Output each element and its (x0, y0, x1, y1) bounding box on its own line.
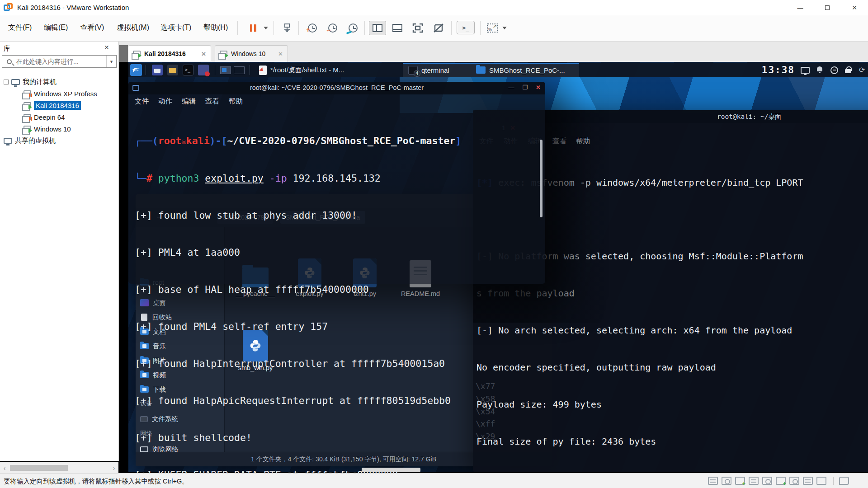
snapshot-revert-button[interactable]: ← (325, 21, 340, 35)
kali-menu-button[interactable] (130, 64, 142, 76)
menu-view[interactable]: 查看(V) (80, 23, 104, 33)
vm-display[interactable]: — ❐ ✕ ← → ↑ ⌂ CVE-2020-0796 SMBGhost_RCE… (119, 62, 868, 473)
folder-icon (476, 66, 486, 74)
pause-dropdown-icon[interactable] (262, 21, 269, 35)
tree-kali[interactable]: Kali 20184316 (24, 99, 81, 111)
tray-separator (833, 477, 834, 485)
menu-view-1[interactable]: 查看 (205, 97, 219, 106)
tab-kali[interactable]: Kali 20184316 ✕ (128, 45, 211, 62)
taskbar-button-qterminal[interactable]: 4 qterminal (403, 63, 471, 77)
workspace-1[interactable] (220, 66, 231, 74)
harddisk2-device-icon[interactable] (803, 477, 813, 485)
console-button[interactable]: >_ (457, 21, 475, 34)
taskbar-clock[interactable]: 13:38 (762, 65, 795, 75)
bottom-panel-icon (392, 24, 402, 32)
folder-launcher-icon[interactable] (167, 65, 178, 75)
sync-refresh-icon[interactable]: ⟳ (859, 66, 868, 75)
exploit-terminal-window[interactable]: root@kali: ~/CVE-2020-0796/SMBGhost_RCE_… (128, 82, 545, 284)
menu-actions-1[interactable]: 动作 (158, 97, 172, 106)
menu-help[interactable]: 帮助(H) (203, 23, 228, 33)
pause-button[interactable] (246, 21, 260, 35)
collapse-icon[interactable] (4, 80, 9, 84)
menu-edit-1[interactable]: 编辑 (182, 97, 196, 106)
menu-file-1[interactable]: 文件 (135, 97, 149, 106)
terminal-scrollbar[interactable] (540, 140, 542, 217)
display-device-icon[interactable] (816, 477, 826, 485)
menu-help-1[interactable]: 帮助 (229, 97, 243, 106)
usb-device-icon[interactable] (776, 477, 786, 485)
cdrom-device-icon[interactable] (722, 477, 731, 485)
kali-taskbar: */root/桌面/shell.txt - M... 4 qterminal S… (128, 63, 868, 77)
ctrl-alt-del-icon (282, 23, 292, 33)
vm-running-icon (220, 51, 227, 57)
tab-close-icon[interactable]: ✕ (278, 51, 283, 57)
tabstrip-corner (119, 45, 128, 62)
tree-windows-xp[interactable]: Windows XP Profess (24, 88, 97, 99)
library-toggle-button[interactable] (369, 21, 386, 35)
menu-edit[interactable]: 编辑(E) (44, 23, 68, 33)
harddisk-device-icon[interactable] (708, 477, 718, 485)
stretch-guest-button[interactable]: % (486, 21, 499, 35)
vmware-logo-icon (4, 3, 13, 12)
snapshot-take-button[interactable]: + (305, 21, 320, 35)
menu-file[interactable]: 文件(F) (8, 23, 32, 33)
library-close-icon[interactable]: ✕ (104, 44, 109, 51)
close-button[interactable]: ✕ (841, 0, 868, 15)
maximize-button[interactable] (814, 0, 841, 15)
library-search[interactable]: ▾ (2, 55, 117, 68)
terminal-launcher-icon[interactable] (183, 65, 193, 75)
tab-close-icon[interactable]: ✕ (201, 51, 206, 57)
maximize-icon[interactable]: ❐ (522, 84, 528, 91)
menu-tabs[interactable]: 选项卡(T) (160, 23, 191, 33)
fullscreen-button[interactable] (409, 21, 427, 35)
scroll-left-icon[interactable]: ‹ (0, 464, 9, 472)
minimize-icon[interactable]: — (508, 84, 514, 91)
snapshot-manager-button[interactable] (345, 21, 361, 35)
stretch-dropdown-icon[interactable] (501, 21, 508, 35)
scrollbar-thumb[interactable] (10, 465, 68, 471)
minimize-button[interactable]: — (787, 0, 814, 15)
printer-device-icon[interactable] (749, 477, 759, 485)
sidebar-hscrollbar[interactable]: ‹ › (0, 462, 118, 473)
bluetooth-device-icon[interactable] (789, 477, 799, 485)
notifications-bell-icon[interactable] (816, 66, 825, 75)
vmware-statusbar: 要将输入定向到该虚拟机，请将鼠标指针移入其中或按 Ctrl+G。 (0, 473, 868, 488)
taskbar-button-smbghost[interactable]: SMBGhost_RCE_PoC-... (471, 63, 579, 77)
unity-mode-icon (433, 23, 444, 33)
do-not-disturb-icon[interactable] (830, 66, 838, 74)
exploit-terminal-title: root@kali: ~/CVE-2020-0796/SMBGhost_RCE_… (128, 84, 545, 91)
workspace-2[interactable] (234, 66, 245, 74)
menu-vm[interactable]: 虚拟机(M) (117, 23, 149, 33)
tree-windows10[interactable]: Windows 10 (24, 123, 71, 135)
screen-lock-icon[interactable] (844, 66, 853, 75)
search-input[interactable] (16, 58, 106, 65)
vm-tabstrip: Kali 20184316 ✕ Windows 10 ✕ (119, 42, 868, 62)
stretch-guest-icon: % (487, 23, 498, 33)
message-bubble-icon[interactable] (839, 477, 849, 485)
exploit-terminal-titlebar[interactable]: root@kali: ~/CVE-2020-0796/SMBGhost_RCE_… (128, 82, 545, 94)
unity-mode-button[interactable] (429, 21, 448, 35)
vm-paused-icon (24, 114, 31, 120)
vmware-menubar: 文件(F) 编辑(E) 查看(V) 虚拟机(M) 选项卡(T) 帮助(H) + … (0, 15, 868, 42)
tree-my-computer[interactable]: 我的计算机 (4, 76, 57, 88)
scroll-right-icon[interactable]: › (109, 464, 118, 472)
tab-windows10[interactable]: Windows 10 ✕ (215, 45, 288, 62)
display-settings-icon[interactable] (801, 67, 810, 74)
window-title: Kali 20184316 - VMware Workstation (17, 4, 129, 11)
window-count-badge: 4 (414, 70, 420, 77)
sound-device-icon[interactable] (762, 477, 772, 485)
tree-shared-vms[interactable]: 共享的虚拟机 (4, 135, 56, 146)
vmware-titlebar: Kali 20184316 - VMware Workstation — ✕ (0, 0, 868, 15)
vm-paused-icon (24, 90, 31, 97)
vm-running-icon (133, 51, 141, 57)
file-manager-launcher-icon[interactable] (152, 65, 163, 75)
screen-recorder-icon[interactable] (198, 65, 209, 75)
search-dropdown-icon[interactable]: ▾ (106, 56, 116, 67)
network-adapter-icon[interactable] (735, 477, 745, 485)
ctrl-alt-del-button[interactable] (279, 21, 295, 35)
taskbar-button-mousepad[interactable]: */root/桌面/shell.txt - M... (254, 63, 403, 77)
mousepad-icon (259, 66, 267, 75)
close-icon[interactable]: ✕ (536, 84, 541, 91)
thumbnail-bar-button[interactable] (389, 21, 406, 35)
tree-deepin[interactable]: Deepin 64 (24, 111, 65, 123)
